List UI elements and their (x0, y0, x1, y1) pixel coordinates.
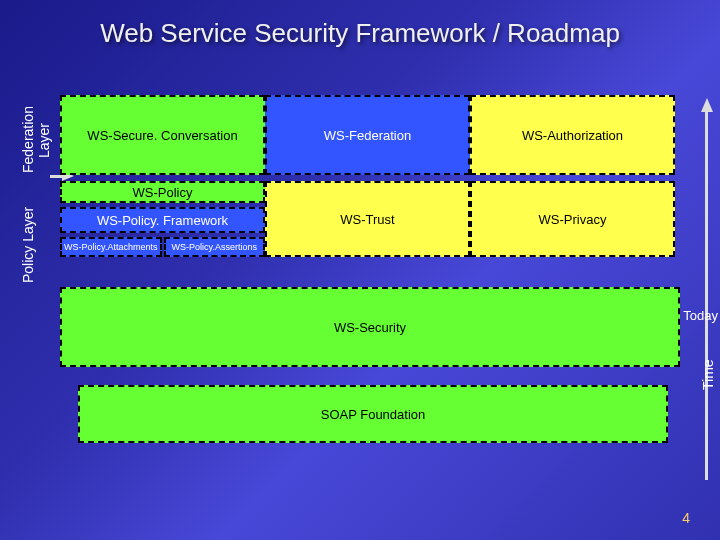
box-ws-trust: WS-Trust (265, 181, 470, 257)
box-ws-policy-assertions: WS-Policy.Assertions (164, 237, 266, 257)
box-ws-policy-framework: WS-Policy. Framework (60, 207, 265, 233)
policy-stack: WS-Policy WS-Policy. Framework WS-Policy… (60, 181, 265, 257)
box-ws-authorization: WS-Authorization (470, 95, 675, 175)
time-arrow-line (705, 110, 708, 480)
policy-row: WS-Policy WS-Policy. Framework WS-Policy… (60, 181, 695, 257)
time-label: Time (700, 345, 716, 405)
slide-number: 4 (682, 510, 690, 526)
policy-layer-label: Policy Layer (20, 200, 36, 290)
box-ws-federation: WS-Federation (265, 95, 470, 175)
diagram-area: WS-Secure. Conversation WS-Federation WS… (60, 95, 695, 443)
page-title: Web Service Security Framework / Roadmap (0, 18, 720, 49)
box-ws-secure-conversation: WS-Secure. Conversation (60, 95, 265, 175)
box-ws-policy-attachments: WS-Policy.Attachments (60, 237, 162, 257)
policy-subrow: WS-Policy.Attachments WS-Policy.Assertio… (60, 237, 265, 257)
federation-layer-label: Federation Layer (20, 95, 52, 185)
box-ws-policy: WS-Policy (60, 181, 265, 203)
box-ws-security: WS-Security (60, 287, 680, 367)
box-ws-privacy: WS-Privacy (470, 181, 675, 257)
time-arrow-head-icon (701, 98, 713, 112)
box-soap-foundation: SOAP Foundation (78, 385, 668, 443)
today-label: Today (683, 308, 718, 323)
federation-row: WS-Secure. Conversation WS-Federation WS… (60, 95, 695, 175)
